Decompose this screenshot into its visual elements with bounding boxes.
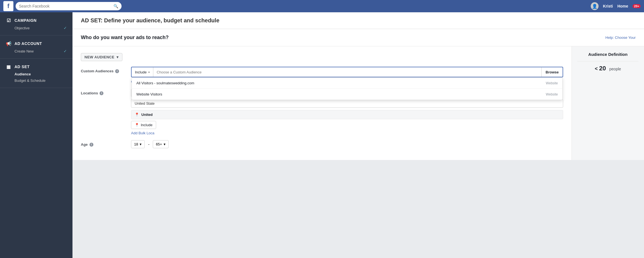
top-navigation: f 🔍 👤 Kristi Home 20+ xyxy=(0,0,644,12)
page-header: AD SET: Define your audience, budget and… xyxy=(72,12,644,29)
sidebar-item-objective[interactable]: Objective ✓ xyxy=(6,23,67,30)
dropdown-item-source-0: Website xyxy=(546,81,558,85)
campaign-icon: ☑ xyxy=(6,17,12,23)
section-header: Who do you want your ads to reach? Help:… xyxy=(72,29,644,46)
page-title-prefix: AD SET: xyxy=(81,17,103,23)
new-audience-chevron-icon: ▾ xyxy=(117,55,119,59)
search-bar[interactable]: 🔍 xyxy=(16,2,122,10)
avatar: 👤 xyxy=(591,2,599,10)
objective-check-icon: ✓ xyxy=(64,26,67,30)
age-control: 18 ▾ - 65+ ▾ xyxy=(131,140,563,148)
audience-section-box: Who do you want your ads to reach? Help:… xyxy=(72,29,644,160)
include-dropdown[interactable]: Include ▾ xyxy=(132,67,153,77)
new-audience-label: NEW AUDIENCE xyxy=(84,55,114,59)
age-max-value: 65+ xyxy=(156,142,162,146)
section-title: Who do you want your ads to reach? xyxy=(81,35,169,40)
locations-label: Locations i xyxy=(81,89,131,95)
sidebar-ad-account-header: 📢 AD ACCOUNT xyxy=(6,40,67,47)
custom-audiences-row: Custom Audiences i Include ▾ xyxy=(81,67,563,84)
include-label: Include xyxy=(135,70,147,74)
custom-audiences-label: Custom Audiences i xyxy=(81,67,131,73)
age-min-value: 18 xyxy=(134,142,138,146)
age-label: Age i xyxy=(81,140,131,147)
sidebar-campaign-header: ☑ CAMPAIGN xyxy=(6,17,67,23)
search-icon: 🔍 xyxy=(113,4,118,8)
location-pin-icon: 📍 xyxy=(135,113,139,117)
nav-home-link[interactable]: Home xyxy=(617,4,628,8)
page-title-text: Define your audience, budget and schedul… xyxy=(104,17,219,23)
add-bulk-link[interactable]: Add Bulk Loca xyxy=(131,131,154,135)
search-input[interactable] xyxy=(19,4,112,8)
audience-form: NEW AUDIENCE ▾ Custom Audiences i xyxy=(72,46,572,160)
less-than-symbol: < xyxy=(595,66,599,71)
age-info-icon[interactable]: i xyxy=(89,143,93,147)
include-chevron-icon: ▾ xyxy=(148,71,150,74)
sidebar-ad-set-header: ▦ AD SET xyxy=(6,64,67,70)
sidebar-ad-account-label: AD ACCOUNT xyxy=(14,41,42,46)
sidebar-campaign-label: CAMPAIGN xyxy=(14,18,37,23)
include-pin-icon: 📍 xyxy=(135,123,139,127)
dropdown-item-name: All Visitors - soulmateswedding.com xyxy=(136,81,194,85)
dropdown-item-website-visitors[interactable]: Website Visitors Website xyxy=(132,89,562,100)
custom-audiences-control: Include ▾ Browse All Visitors - soulmate… xyxy=(131,67,563,84)
sidebar: ☑ CAMPAIGN Objective ✓ 📢 AD ACCOUNT Crea… xyxy=(0,12,72,258)
audience-definition-title: Audience Definition xyxy=(577,52,638,57)
audience-panel: NEW AUDIENCE ▾ Custom Audiences i xyxy=(72,46,644,160)
main-content: AD SET: Define your audience, budget and… xyxy=(72,12,644,258)
nav-username: Kristi xyxy=(603,4,613,8)
location-tag-united: 📍 United xyxy=(131,110,563,119)
audience-count: < < 2020 xyxy=(595,65,607,72)
sidebar-section-campaign: ☑ CAMPAIGN Objective ✓ xyxy=(0,12,72,35)
custom-audience-input-row: Include ▾ Browse All Visitors - soulmate… xyxy=(131,67,563,77)
nav-right: 👤 Kristi Home 20+ xyxy=(591,2,641,10)
browse-button[interactable]: Browse xyxy=(541,67,563,77)
audience-dropdown-menu: All Visitors - soulmateswedding.com Webs… xyxy=(132,77,563,100)
age-row: Age i 18 ▾ - xyxy=(81,140,563,148)
notification-badge[interactable]: 20+ xyxy=(633,4,641,8)
people-label: people xyxy=(609,67,621,71)
sidebar-item-audience[interactable]: Audience xyxy=(6,70,67,76)
custom-audiences-info-icon[interactable]: i xyxy=(115,69,119,73)
age-min-select[interactable]: 18 ▾ xyxy=(131,140,145,148)
include-tag[interactable]: 📍 Include xyxy=(131,121,156,129)
create-new-check-icon: ✓ xyxy=(64,49,67,53)
facebook-logo: f xyxy=(3,1,13,11)
main-layout: ☑ CAMPAIGN Objective ✓ 📢 AD ACCOUNT Crea… xyxy=(0,12,644,258)
audience-definition-panel: Audience Definition < < 2020 people xyxy=(572,46,644,160)
sidebar-section-ad-account: 📢 AD ACCOUNT Create New ✓ xyxy=(0,35,72,59)
age-selects: 18 ▾ - 65+ ▾ xyxy=(131,140,563,148)
dropdown-item-source-1: Website xyxy=(546,92,558,96)
sidebar-ad-set-label: AD SET xyxy=(14,64,30,69)
locations-info-icon[interactable]: i xyxy=(100,91,103,95)
sidebar-item-create-new[interactable]: Create New ✓ xyxy=(6,47,67,53)
ad-set-icon: ▦ xyxy=(6,64,12,70)
divider xyxy=(577,61,638,61)
audience-meter: < < 2020 people xyxy=(577,65,638,72)
sidebar-section-ad-set: ▦ AD SET Audience Budget & Schedule xyxy=(0,59,72,88)
page-title: AD SET: Define your audience, budget and… xyxy=(81,17,636,24)
dropdown-item-name-1: Website Visitors xyxy=(136,92,162,96)
new-audience-button[interactable]: NEW AUDIENCE ▾ xyxy=(81,53,122,61)
content-area: Who do you want your ads to reach? Help:… xyxy=(72,29,644,171)
location-input[interactable] xyxy=(131,99,563,108)
age-min-chevron-icon: ▾ xyxy=(140,142,142,146)
dropdown-item-all-visitors[interactable]: All Visitors - soulmateswedding.com Webs… xyxy=(132,78,562,89)
age-separator: - xyxy=(148,142,149,147)
sidebar-item-budget-schedule[interactable]: Budget & Schedule xyxy=(6,76,67,83)
help-link[interactable]: Help: Choose Your xyxy=(606,35,636,40)
ad-account-icon: 📢 xyxy=(6,40,12,47)
age-max-chevron-icon: ▾ xyxy=(164,142,166,146)
custom-audience-input[interactable] xyxy=(153,67,541,77)
age-max-select[interactable]: 65+ ▾ xyxy=(153,140,169,148)
